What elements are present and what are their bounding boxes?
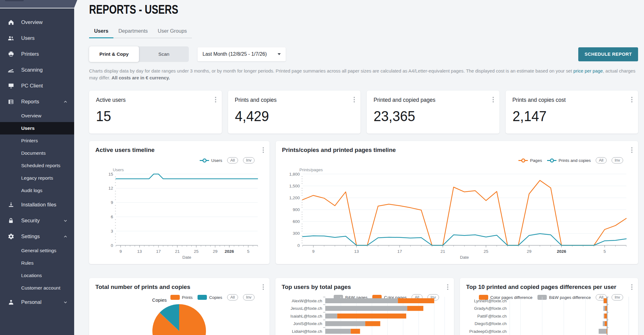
svg-text:1,800: 1,800 — [289, 172, 300, 177]
legend-all-button[interactable]: All — [227, 157, 238, 163]
sidebar-subitem-reports-overview[interactable]: Overview — [0, 110, 74, 122]
sidebar-item-overview[interactable]: Overview — [0, 14, 74, 30]
svg-text:17: 17 — [397, 249, 402, 254]
chart-title: Active users timeline — [95, 147, 263, 153]
tab-user-groups[interactable]: User Groups — [153, 25, 192, 38]
sidebar-item-scanning[interactable]: Scanning — [0, 62, 74, 78]
chart-title: Total number of prints and copies — [95, 284, 263, 290]
sidebar-subitem-legacy-reports[interactable]: Legacy reports — [0, 172, 74, 184]
svg-text:3: 3 — [111, 229, 113, 234]
logo-chip — [5, 0, 24, 1]
legend-item-prints-copies[interactable]: Prints and copies — [547, 158, 591, 163]
sidebar-subitem-rules[interactable]: Rules — [0, 257, 74, 269]
chart-legend: Pages Prints and copies All Inv — [282, 157, 632, 163]
sidebar-item-installation-files[interactable]: Installation files — [0, 197, 74, 213]
top-users-bar-chart: AlexW@foxte.chJesusL@foxte.chIsaiahL@fox… — [282, 296, 449, 335]
stat-card-prints-copies: Prints and copies 4,429 — [228, 91, 361, 134]
page-title: REPORTS - USERS — [89, 2, 517, 17]
stat-value: 15 — [96, 108, 209, 125]
sidebar-item-label: Scheduled reports — [21, 163, 60, 168]
price-per-page-link[interactable]: price per page — [573, 68, 603, 73]
kebab-menu-icon[interactable] — [631, 96, 633, 103]
bottom-charts-row: Total number of prints and copies Prints… — [89, 278, 638, 335]
date-range-value: Last Month (12/8/25 - 1/7/26) — [203, 51, 267, 57]
sidebar-item-security[interactable]: Security — [0, 213, 74, 229]
sidebar-item-printers[interactable]: Printers — [0, 46, 74, 62]
svg-text:17: 17 — [156, 249, 161, 254]
legend-item-users[interactable]: Users — [200, 158, 222, 163]
svg-text:JesusL@foxte.ch: JesusL@foxte.ch — [291, 306, 322, 311]
sidebar-nav: Overview Users Printers Scanning PC Clie… — [0, 14, 74, 310]
svg-text:GradyA@foxte.ch: GradyA@foxte.ch — [474, 306, 507, 311]
person-icon — [7, 299, 14, 306]
legend-inv-button[interactable]: Inv — [612, 157, 623, 163]
svg-text:13: 13 — [354, 249, 359, 254]
kebab-menu-icon[interactable] — [446, 284, 449, 290]
sidebar-subitem-reports-printers[interactable]: Printers — [0, 134, 74, 147]
sidebar-item-reports[interactable]: Reports — [0, 94, 74, 110]
legend-label: Pages — [530, 158, 542, 163]
svg-text:Prints/pages: Prints/pages — [299, 168, 323, 172]
legend-item-pages[interactable]: Pages — [518, 158, 542, 163]
sidebar-item-personal[interactable]: Personal — [0, 294, 74, 310]
controls-row: Print & Copy Scan Last Month (12/8/25 - … — [89, 46, 638, 62]
legend-all-button[interactable]: All — [596, 157, 606, 163]
svg-text:15: 15 — [108, 172, 113, 177]
line-marker-icon — [518, 160, 528, 161]
sidebar-item-users[interactable]: Users — [0, 30, 74, 46]
kebab-menu-icon[interactable] — [492, 96, 494, 103]
caret-down-icon — [278, 53, 281, 55]
tab-users[interactable]: Users — [89, 25, 113, 38]
kebab-menu-icon[interactable] — [262, 284, 265, 290]
sidebar-subitem-customer-account[interactable]: Customer account — [0, 282, 74, 294]
printer-icon — [7, 51, 14, 58]
note-text: Charts display data by day for date rang… — [89, 68, 573, 73]
pages-differences-card: Top 10 printed and copied pages differen… — [460, 278, 638, 335]
svg-text:Date: Date — [182, 255, 191, 260]
tab-departments[interactable]: Departments — [113, 25, 153, 38]
svg-text:900: 900 — [293, 207, 300, 212]
legend-inv-button[interactable]: Inv — [243, 157, 255, 163]
sidebar-item-pc-client[interactable]: PC Client — [0, 78, 74, 94]
kebab-menu-icon[interactable] — [631, 284, 633, 290]
kebab-menu-icon[interactable] — [262, 147, 265, 153]
date-range-select[interactable]: Last Month (12/8/25 - 1/7/26) — [198, 47, 286, 61]
stat-label: Printed and copied pages — [374, 97, 493, 103]
stat-value: 4,429 — [235, 108, 348, 125]
scan-toggle-button[interactable]: Scan — [139, 46, 189, 62]
chart-title: Prints/copies and printed pages timeline — [282, 147, 632, 153]
stat-card-printed-copied-pages: Printed and copied pages 23,365 — [367, 91, 499, 134]
stat-label: Prints and copies cost — [513, 97, 632, 103]
sidebar-item-label: Users — [21, 125, 35, 131]
kebab-menu-icon[interactable] — [631, 147, 633, 153]
schedule-report-button[interactable]: SCHEDULE REPORT — [578, 47, 638, 61]
legend-label: Users — [211, 158, 222, 163]
sidebar-subitem-reports-documents[interactable]: Documents — [0, 147, 74, 159]
chevron-up-icon — [63, 99, 68, 104]
stat-value: 23,365 — [374, 108, 486, 125]
chart-title: Top users by total pages — [282, 284, 448, 290]
sidebar-item-label: PC Client — [21, 83, 43, 89]
sidebar-subitem-reports-users[interactable]: Users — [0, 122, 74, 134]
users-icon — [7, 35, 14, 42]
pages-line-chart: Prints/pages03006009001,2001,5001,800913… — [282, 168, 633, 261]
sidebar-item-settings[interactable]: Settings — [0, 229, 74, 244]
sidebar-subitem-locations[interactable]: Locations — [0, 269, 74, 282]
sidebar-item-label: Personal — [21, 299, 41, 305]
sidebar-item-label: Installation files — [21, 202, 56, 208]
line-marker-icon — [547, 160, 556, 161]
sidebar-subitem-audit-logs[interactable]: Audit logs — [0, 184, 74, 197]
sidebar-subitem-scheduled-reports[interactable]: Scheduled reports — [0, 159, 74, 172]
svg-text:PradeepG@foxte.ch: PradeepG@foxte.ch — [469, 329, 507, 334]
kebab-menu-icon[interactable] — [214, 96, 217, 103]
gear-icon — [7, 233, 14, 240]
chart-legend: Users All Inv — [95, 157, 263, 163]
print-copy-toggle-button[interactable]: Print & Copy — [89, 46, 139, 62]
kebab-menu-icon[interactable] — [353, 96, 355, 103]
svg-text:12: 12 — [108, 186, 113, 191]
svg-text:29: 29 — [213, 249, 217, 254]
chevron-up-icon — [63, 234, 68, 239]
sidebar-subitem-general-settings[interactable]: General settings — [0, 244, 74, 257]
note-bold-text: All costs are in € currency. — [112, 75, 170, 80]
chevron-down-icon — [63, 300, 68, 305]
